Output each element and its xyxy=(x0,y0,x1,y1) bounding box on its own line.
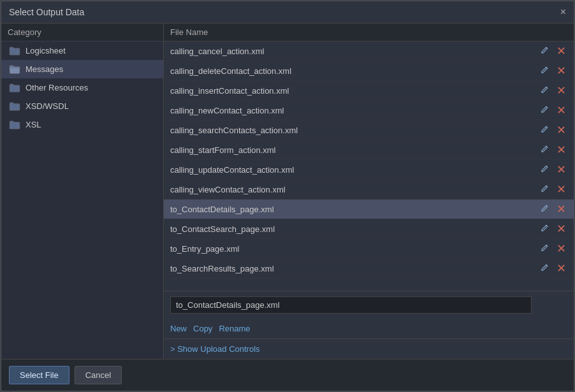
file-name-cell: calling_newContact_action.xml xyxy=(170,106,529,115)
table-row[interactable]: calling_startForm_action.xml xyxy=(164,140,574,160)
upload-section: > Show Upload Controls xyxy=(164,338,574,359)
table-row[interactable]: calling_deleteContact_action.xml xyxy=(164,61,574,81)
folder-open-icon xyxy=(9,65,20,74)
file-name-cell: calling_startForm_action.xml xyxy=(170,145,529,155)
table-row[interactable]: to_ContactDetails_page.xml xyxy=(164,200,574,219)
file-name-cell: calling_cancel_action.xml xyxy=(170,47,529,56)
edit-file-button[interactable] xyxy=(538,183,551,196)
table-row[interactable]: calling_viewContact_action.xml xyxy=(164,180,574,200)
file-row-actions xyxy=(529,262,567,275)
dialog-body: Category Logicsheet Messages Other Resou… xyxy=(1,24,574,359)
dialog-close-button[interactable]: × xyxy=(560,6,566,18)
edit-file-button[interactable] xyxy=(538,64,551,77)
sidebar-item-logicsheet[interactable]: Logicsheet xyxy=(1,41,163,60)
sidebar-item-label: XSD/WSDL xyxy=(25,101,69,111)
delete-file-button[interactable] xyxy=(555,65,567,77)
delete-file-button[interactable] xyxy=(555,223,567,235)
edit-file-button[interactable] xyxy=(538,242,551,255)
sidebar-item-messages[interactable]: Messages xyxy=(1,60,163,78)
edit-file-button[interactable] xyxy=(538,262,551,275)
file-row-actions xyxy=(529,45,567,57)
edit-file-button[interactable] xyxy=(538,163,551,176)
sidebar-item-label: Other Resources xyxy=(25,83,88,92)
file-name-cell: to_ContactDetails_page.xml xyxy=(170,205,529,214)
sidebar-item-label: XSL xyxy=(25,120,41,129)
select-output-dialog: Select Output Data × Category Logicsheet… xyxy=(1,1,574,391)
delete-file-button[interactable] xyxy=(555,105,567,117)
file-action-buttons-row: New Copy Rename xyxy=(164,319,574,338)
select-file-button[interactable]: Select File xyxy=(9,366,69,384)
edit-file-button[interactable] xyxy=(538,84,551,97)
file-row-actions xyxy=(529,104,567,117)
file-name-cell: calling_searchContacts_action.xml xyxy=(170,126,529,135)
edit-file-button[interactable] xyxy=(538,104,551,117)
upload-toggle-button[interactable]: > Show Upload Controls xyxy=(170,344,260,354)
file-row-actions xyxy=(529,124,567,136)
table-row[interactable]: calling_cancel_action.xml xyxy=(164,41,574,61)
delete-file-button[interactable] xyxy=(555,45,567,57)
file-row-actions xyxy=(529,183,567,196)
sidebar-item-xsd-wsdl[interactable]: XSD/WSDL xyxy=(1,97,163,115)
folder-icon xyxy=(9,83,20,92)
file-list-header: File Name xyxy=(164,24,574,41)
copy-button[interactable]: Copy xyxy=(193,324,212,333)
sidebar-item-xsl[interactable]: XSL xyxy=(1,115,163,134)
rename-button[interactable]: Rename xyxy=(219,324,250,333)
dialog-footer: Select File Cancel xyxy=(1,359,574,391)
file-row-actions xyxy=(529,242,567,255)
delete-file-button[interactable] xyxy=(555,184,567,196)
delete-file-button[interactable] xyxy=(555,243,567,255)
table-row[interactable]: to_Entry_page.xml xyxy=(164,239,574,259)
edit-file-button[interactable] xyxy=(538,222,551,235)
delete-file-button[interactable] xyxy=(555,203,567,215)
file-row-actions xyxy=(529,143,567,156)
filename-input[interactable] xyxy=(170,296,532,314)
table-row[interactable]: calling_searchContacts_action.xml xyxy=(164,120,574,140)
delete-file-button[interactable] xyxy=(555,263,567,275)
file-name-cell: calling_updateContact_action.xml xyxy=(170,165,529,175)
file-name-cell: to_ContactSearch_page.xml xyxy=(170,224,529,234)
edit-file-button[interactable] xyxy=(538,45,551,57)
sidebar-items-container: Logicsheet Messages Other Resources XSD/… xyxy=(1,41,163,134)
category-header: Category xyxy=(1,24,163,41)
table-row[interactable]: to_SearchResults_page.xml xyxy=(164,259,574,279)
file-list: calling_cancel_action.xml calling_delete… xyxy=(164,41,574,291)
table-row[interactable]: to_ContactSearch_page.xml xyxy=(164,219,574,239)
file-name-cell: calling_deleteContact_action.xml xyxy=(170,66,529,76)
file-name-cell: calling_viewContact_action.xml xyxy=(170,185,529,194)
file-row-actions xyxy=(529,222,567,235)
table-row[interactable]: calling_updateContact_action.xml xyxy=(164,160,574,180)
file-row-actions xyxy=(529,203,567,215)
delete-file-button[interactable] xyxy=(555,144,567,156)
file-main-content: File Name calling_cancel_action.xml call… xyxy=(164,24,574,359)
file-name-cell: calling_insertContact_action.xml xyxy=(170,86,529,96)
delete-file-button[interactable] xyxy=(555,85,567,97)
edit-file-button[interactable] xyxy=(538,143,551,156)
edit-file-button[interactable] xyxy=(538,124,551,136)
sidebar-item-other-resources[interactable]: Other Resources xyxy=(1,78,163,97)
file-name-cell: to_SearchResults_page.xml xyxy=(170,264,529,273)
sidebar-item-label: Messages xyxy=(25,64,63,74)
file-row-actions xyxy=(529,163,567,176)
file-name-cell: to_Entry_page.xml xyxy=(170,244,529,254)
folder-icon xyxy=(9,120,20,129)
filename-input-area xyxy=(164,291,574,319)
delete-file-button[interactable] xyxy=(555,164,567,176)
new-button[interactable]: New xyxy=(170,324,187,333)
folder-icon xyxy=(9,47,20,55)
cancel-button[interactable]: Cancel xyxy=(75,366,122,384)
table-row[interactable]: calling_newContact_action.xml xyxy=(164,101,574,120)
category-sidebar: Category Logicsheet Messages Other Resou… xyxy=(1,24,164,359)
sidebar-item-label: Logicsheet xyxy=(25,46,66,55)
delete-file-button[interactable] xyxy=(555,124,567,136)
dialog-title-bar: Select Output Data × xyxy=(1,1,574,24)
edit-file-button[interactable] xyxy=(538,203,551,215)
dialog-title-text: Select Output Data xyxy=(9,7,84,17)
file-row-actions xyxy=(529,84,567,97)
file-name-column-header: File Name xyxy=(170,27,529,37)
file-row-actions xyxy=(529,64,567,77)
folder-icon xyxy=(9,102,20,111)
table-row[interactable]: calling_insertContact_action.xml xyxy=(164,81,574,101)
